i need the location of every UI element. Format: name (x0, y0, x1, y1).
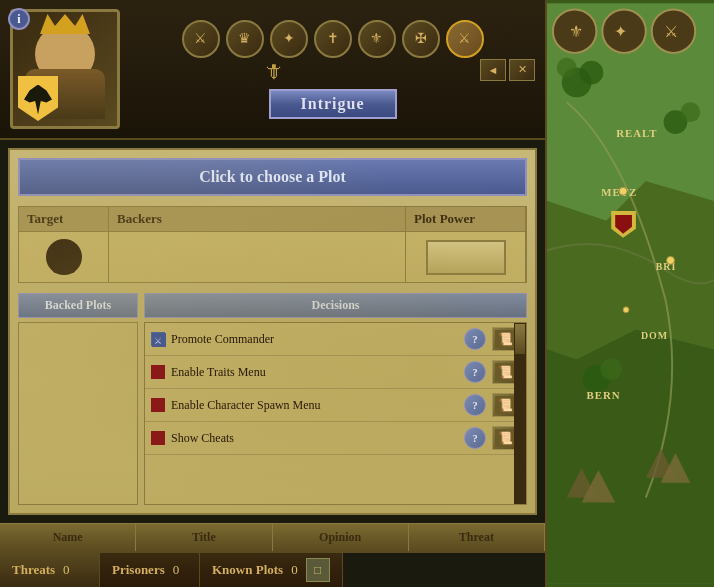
decision-help-button[interactable]: ? (464, 328, 486, 350)
svg-text:📜: 📜 (498, 364, 513, 379)
avatar-crown (40, 14, 90, 34)
tab-threats[interactable]: Threats0 (0, 553, 100, 587)
scrollbar-thumb (515, 324, 525, 354)
svg-point-22 (600, 358, 622, 380)
decision-item-char-spawn[interactable]: Enable Character Spawn Menu?📜 (145, 389, 526, 422)
tab-count-prisoners: 0 (173, 562, 180, 578)
decision-label-show-cheats: Show Cheats (171, 431, 458, 446)
eagle-icon (24, 85, 52, 115)
decision-label-traits-menu: Enable Traits Menu (171, 365, 458, 380)
nav-icon-sword[interactable]: ⚔ (182, 20, 220, 58)
nav-icons: ⚔ ♛ ✦ ✝ ⚜ ✠ ⚔ Intrigue ◄ ✕ (130, 20, 535, 119)
nav-icon-gear[interactable]: ✦ (270, 20, 308, 58)
svg-text:✦: ✦ (614, 23, 627, 40)
decision-label-char-spawn: Enable Character Spawn Menu (171, 398, 458, 413)
plot-power-bar (426, 240, 506, 275)
plot-table-row (19, 232, 526, 282)
col-header-target: Target (19, 207, 109, 231)
tab-label-known-plots: Known Plots (212, 562, 283, 578)
dagger-decoration-icon: 🗡 (263, 60, 283, 83)
nav-icon-dagger[interactable]: ✝ (314, 20, 352, 58)
svg-point-31 (667, 256, 675, 264)
table-footer: Name Title Opinion Threat (0, 523, 545, 551)
svg-marker-15 (547, 330, 714, 584)
svg-text:⚔: ⚔ (664, 23, 678, 40)
decision-help-button[interactable]: ? (464, 427, 486, 449)
decision-color-icon (151, 365, 165, 379)
decision-item-show-cheats[interactable]: Show Cheats?📜 (145, 422, 526, 455)
decisions-header: Decisions (144, 293, 527, 318)
target-silhouette-icon (50, 241, 78, 273)
tab-known-plots[interactable]: Known Plots0□ (200, 553, 343, 587)
backed-plots-panel: Backed Plots (18, 293, 138, 505)
backers-cell (109, 232, 406, 282)
plot-table-header: Target Backers Plot Power (19, 207, 526, 232)
main-content: Click to choose a Plot Target Backers Pl… (8, 148, 537, 515)
svg-text:📜: 📜 (498, 331, 513, 346)
col-header-backers: Backers (109, 207, 406, 231)
decisions-list: ⚔Promote Commander?📜Enable Traits Menu?📜… (144, 322, 527, 505)
decision-item-traits-menu[interactable]: Enable Traits Menu?📜 (145, 356, 526, 389)
decision-help-button[interactable]: ? (464, 361, 486, 383)
target-cell (19, 232, 109, 282)
svg-text:📜: 📜 (498, 397, 513, 412)
decisions-panel: Decisions ⚔Promote Commander?📜Enable Tra… (144, 293, 527, 505)
top-bar: i ⚔ ♛ ✦ ✝ ⚜ ✠ ⚔ (0, 0, 545, 140)
svg-point-20 (680, 102, 700, 122)
map-svg: METZ REALT BRI BERN DOM ⚜ ✦ ⚔ (547, 0, 714, 587)
window-title: Intrigue (269, 89, 397, 119)
svg-point-1 (52, 260, 76, 273)
footer-col-title: Title (136, 524, 272, 551)
decision-item-promote-commander[interactable]: ⚔Promote Commander?📜 (145, 323, 526, 356)
plot-power-cell (406, 232, 526, 282)
scrollbar[interactable] (514, 323, 526, 504)
decision-color-icon (151, 431, 165, 445)
svg-point-0 (55, 242, 73, 262)
tab-count-threats: 0 (63, 562, 70, 578)
svg-point-32 (623, 307, 629, 313)
tab-label-threats: Threats (12, 562, 55, 578)
nav-icon-shield[interactable]: ⚜ (358, 20, 396, 58)
tab-icon-box[interactable]: □ (306, 558, 330, 582)
svg-point-30 (619, 187, 627, 195)
svg-text:📜: 📜 (498, 430, 513, 445)
bottom-section: Backed Plots Decisions ⚔Promote Commande… (18, 293, 527, 505)
decision-label-promote-commander: Promote Commander (171, 332, 458, 347)
backed-plots-list (18, 322, 138, 505)
minimize-button[interactable]: ◄ (480, 59, 506, 81)
tab-label-prisoners: Prisoners (112, 562, 165, 578)
decision-help-button[interactable]: ? (464, 394, 486, 416)
backed-plots-header: Backed Plots (18, 293, 138, 318)
info-icon[interactable]: i (8, 8, 30, 30)
footer-col-threat: Threat (409, 524, 545, 551)
plot-chooser-button[interactable]: Click to choose a Plot (18, 158, 527, 196)
bottom-tabs: Threats0Prisoners0Known Plots0□ (0, 551, 545, 587)
svg-text:⚜: ⚜ (569, 23, 583, 40)
close-button[interactable]: ✕ (509, 59, 535, 81)
svg-text:⚔: ⚔ (154, 336, 162, 346)
nav-icons-row-top: ⚔ ♛ ✦ ✝ ⚜ ✠ ⚔ (182, 20, 484, 58)
col-header-plot-power: Plot Power (406, 207, 526, 231)
decision-color-icon (151, 398, 165, 412)
svg-text:BERN: BERN (587, 389, 621, 401)
plot-table: Target Backers Plot Power (18, 206, 527, 283)
right-panel: METZ REALT BRI BERN DOM ⚜ ✦ ⚔ (545, 0, 714, 587)
footer-col-name: Name (0, 524, 136, 551)
svg-point-17 (580, 61, 604, 85)
svg-text:REALT: REALT (616, 127, 657, 139)
tab-count-known-plots: 0 (291, 562, 298, 578)
nav-icon-scroll[interactable]: ✠ (402, 20, 440, 58)
svg-text:DOM: DOM (641, 330, 668, 341)
nav-icon-intrigue[interactable]: ⚔ (446, 20, 484, 58)
svg-point-18 (557, 58, 577, 78)
decision-color-icon: ⚔ (151, 332, 165, 346)
left-panel: i ⚔ ♛ ✦ ✝ ⚜ ✠ ⚔ (0, 0, 545, 587)
footer-col-opinion: Opinion (273, 524, 409, 551)
nav-icon-crown[interactable]: ♛ (226, 20, 264, 58)
tab-prisoners[interactable]: Prisoners0 (100, 553, 200, 587)
